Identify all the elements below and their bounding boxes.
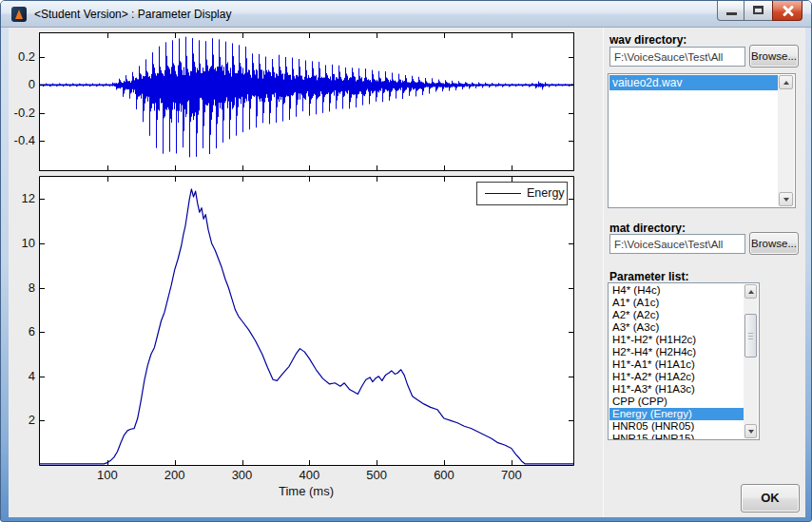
window-title: <Student Version> : Parameter Display xyxy=(34,8,231,21)
energy-plot xyxy=(39,176,574,466)
x-tick-label: 600 xyxy=(423,468,465,482)
x-tick-label: 200 xyxy=(154,468,196,482)
ok-button[interactable]: OK xyxy=(741,484,800,512)
maximize-icon xyxy=(753,6,764,14)
y-tick-label: 6 xyxy=(9,324,35,338)
list-item[interactable]: A3* (A3c) xyxy=(609,321,744,334)
minimize-button[interactable] xyxy=(717,1,744,21)
matlab-icon xyxy=(11,7,27,22)
figure-area: Energy Time (ms) wav directory: Browse..… xyxy=(9,28,805,517)
list-item[interactable]: Energy (Energy) xyxy=(609,408,744,420)
x-tick-label: 500 xyxy=(356,468,397,482)
y-tick-label: 0.2 xyxy=(9,49,35,64)
time-axis-label: Time (ms) xyxy=(235,484,377,498)
x-tick-label: 700 xyxy=(491,468,532,482)
y-tick-label: 12 xyxy=(9,191,35,205)
scrollbar-up-button[interactable] xyxy=(779,75,793,89)
legend-label: Energy xyxy=(527,186,565,200)
panel-divider xyxy=(603,28,604,517)
list-item[interactable]: HNR15 (HNR15) xyxy=(609,433,744,440)
y-tick-label: 2 xyxy=(9,413,35,427)
wav-directory-input[interactable] xyxy=(609,47,745,67)
list-item[interactable]: CPP (CPP) xyxy=(609,396,744,408)
thumb-grip-icon xyxy=(748,336,753,337)
x-tick-label: 300 xyxy=(222,468,263,482)
legend-line xyxy=(485,193,521,194)
waveform-plot xyxy=(39,32,574,171)
list-item[interactable]: vaiueo2d.wav xyxy=(609,75,778,90)
up-arrow-icon xyxy=(783,81,789,85)
wav-file-list[interactable]: vaiueo2d.wav xyxy=(608,73,796,208)
list-item[interactable]: A1* (A1c) xyxy=(609,297,744,309)
wav-browse-button[interactable]: Browse... xyxy=(749,45,799,68)
list-item[interactable]: H1*-A3* (H1A3c) xyxy=(609,383,744,396)
parameter-list-scrollbar[interactable] xyxy=(744,284,758,438)
up-arrow-icon xyxy=(748,290,754,294)
y-tick-label: 10 xyxy=(9,236,35,250)
x-tick-label: 100 xyxy=(87,468,128,482)
down-arrow-icon xyxy=(748,430,754,434)
scrollbar-down-button[interactable] xyxy=(744,424,757,438)
minimize-icon xyxy=(726,12,737,15)
list-item[interactable]: H1*-A1* (H1A1c) xyxy=(609,358,744,371)
list-item[interactable]: H4* (H4c) xyxy=(609,284,744,297)
wav-directory-label: wav directory: xyxy=(609,33,686,47)
list-item[interactable]: A2* (A2c) xyxy=(609,309,744,321)
scrollbar-up-button[interactable] xyxy=(744,284,757,299)
y-tick-label: -0.2 xyxy=(9,106,35,120)
window: <Student Version> : Parameter Display En… xyxy=(0,0,812,522)
x-tick-label: 400 xyxy=(288,468,330,482)
list-item[interactable]: HNR05 (HNR05) xyxy=(609,420,744,433)
legend: Energy xyxy=(476,182,568,205)
y-tick-label: 0 xyxy=(9,77,35,91)
titlebar[interactable]: <Student Version> : Parameter Display xyxy=(1,1,811,28)
mat-browse-button[interactable]: Browse... xyxy=(749,232,799,255)
scrollbar-down-button[interactable] xyxy=(779,192,793,206)
wav-list-scrollbar[interactable] xyxy=(778,75,794,206)
scrollbar-thumb[interactable] xyxy=(744,314,757,358)
y-tick-label: 4 xyxy=(9,369,35,383)
list-item[interactable]: H2*-H4* (H2H4c) xyxy=(609,346,744,358)
y-tick-label: -0.4 xyxy=(9,133,35,147)
close-button[interactable] xyxy=(772,1,802,21)
parameter-list[interactable]: H4* (H4c)A1* (A1c)A2* (A2c)A3* (A3c)H1*-… xyxy=(608,282,760,440)
mat-directory-input[interactable] xyxy=(609,234,745,254)
list-item[interactable]: H1*-A2* (H1A2c) xyxy=(609,371,744,383)
down-arrow-icon xyxy=(783,198,789,202)
y-tick-label: 8 xyxy=(9,280,35,295)
parameter-list-label: Parameter list: xyxy=(609,270,688,283)
list-item[interactable]: H1*-H2* (H1H2c) xyxy=(609,334,744,346)
mat-directory-label: mat directory: xyxy=(609,222,686,235)
maximize-button[interactable] xyxy=(744,1,772,21)
